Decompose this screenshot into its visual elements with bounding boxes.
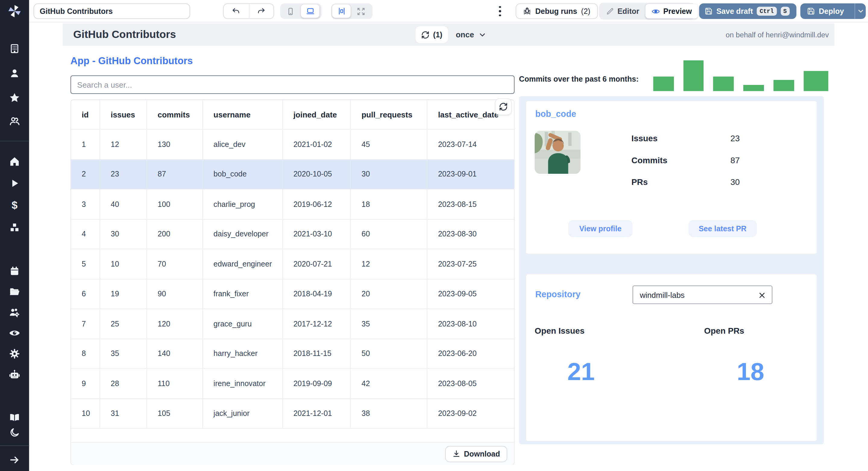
table-cell: 60 [350, 219, 427, 248]
table-cell: 100 [147, 190, 202, 218]
boxes-icon[interactable] [9, 222, 21, 233]
schedule-dropdown[interactable]: once [456, 30, 486, 39]
table-cell: 2023-08-30 [427, 219, 514, 248]
commits-chart-label: Commits over the past 6 months: [519, 75, 653, 83]
table-cell: 2020-10-05 [282, 160, 350, 189]
undo-button[interactable] [224, 4, 249, 19]
table-row[interactable]: 51070edward_engineer2020-07-21122023-07-… [71, 249, 514, 278]
table-row[interactable]: 340100charlie_prog2019-06-12182023-08-15 [71, 189, 514, 218]
deploy-dropdown-chevron[interactable] [855, 3, 866, 19]
star-icon[interactable] [9, 92, 21, 104]
table-cell: 35 [350, 309, 427, 338]
deploy-button-group: Deploy [800, 3, 866, 19]
table-cell: 2023-07-25 [427, 249, 514, 278]
table-cell: 2023-09-05 [427, 279, 514, 308]
table-cell: harry_hacker [202, 339, 282, 368]
table-cell: 18 [350, 190, 427, 218]
settings-gear-icon[interactable] [9, 348, 21, 360]
table-row[interactable]: 112130alice_dev2021-01-02452023-07-14 [71, 129, 514, 159]
table-cell: 2023-09-01 [427, 160, 514, 189]
eye-icon[interactable] [8, 327, 21, 339]
table-cell: 28 [99, 369, 147, 398]
clear-icon[interactable] [757, 290, 767, 300]
stat-label: Open PRs [704, 326, 797, 335]
mobile-view-icon[interactable] [281, 4, 300, 18]
table-cell: frank_fixer [202, 279, 282, 308]
repository-card-title: Repository [535, 290, 581, 299]
calendar-icon[interactable] [9, 265, 20, 276]
table-cell: 200 [147, 219, 202, 248]
table-cell: 2018-04-19 [282, 279, 350, 308]
users-icon[interactable] [9, 115, 21, 127]
table-cell: 2023-08-15 [427, 190, 514, 218]
view-profile-button[interactable]: View profile [568, 220, 632, 237]
kbd-s: S [781, 7, 789, 16]
save-draft-button[interactable]: Save draft Ctrl S [699, 3, 797, 19]
table-row[interactable]: 61990frank_fixer2018-04-19202023-09-05 [71, 278, 514, 308]
editor-tab[interactable]: Editor [600, 4, 645, 19]
robot-icon[interactable] [8, 369, 21, 381]
recompute-button[interactable]: (1) [416, 26, 448, 43]
redo-button[interactable] [249, 4, 274, 19]
table-row[interactable]: 835140harry_hacker2018-11-15502023-06-20 [71, 338, 514, 368]
right-panel: bob_code Issues23Co [519, 96, 824, 444]
stat-value: 18 [704, 358, 797, 386]
table-row[interactable]: 928110irene_innovator2019-09-09422023-08… [71, 368, 514, 398]
pencil-icon [607, 7, 614, 15]
table-header-cell: id [71, 100, 100, 129]
table-cell: 90 [147, 279, 202, 308]
table-cell: 70 [147, 249, 202, 278]
table-cell: 2021-03-10 [282, 219, 350, 248]
play-icon[interactable] [9, 178, 20, 189]
moon-icon[interactable] [9, 427, 20, 438]
sidebar-divider [0, 445, 29, 446]
desktop-view-icon[interactable] [301, 4, 319, 18]
table-cell: 10 [99, 249, 147, 278]
table-refresh-button[interactable] [495, 99, 512, 115]
debug-runs-button[interactable]: Debug runs (2) [516, 3, 598, 19]
deploy-button[interactable]: Deploy [800, 3, 850, 19]
table-header-row: idissuescommitsusernamejoined_datepull_r… [71, 100, 514, 129]
save-icon [705, 7, 712, 15]
more-options-kebab[interactable] [495, 5, 505, 18]
arrow-right-icon[interactable] [9, 455, 20, 466]
table-cell: 2 [71, 160, 100, 189]
home-icon[interactable] [9, 156, 20, 167]
dollar-icon[interactable]: $ [11, 200, 18, 210]
kbd-ctrl: Ctrl [757, 7, 776, 16]
repository-input[interactable] [633, 286, 751, 304]
see-latest-pr-button[interactable]: See latest PR [688, 220, 756, 237]
preview-tab[interactable]: Preview [645, 4, 698, 19]
user-stat-row: Issues23 [631, 134, 805, 143]
chart-bar [804, 71, 829, 91]
table-row[interactable]: 725120grace_guru2017-12-12352023-08-10 [71, 308, 514, 338]
app-title-input[interactable] [33, 3, 190, 19]
table-row[interactable]: 22387bob_code2020-10-05302023-09-01 [71, 159, 514, 189]
table-cell: 2018-11-15 [282, 339, 350, 368]
building-icon[interactable] [9, 43, 20, 54]
user-icon[interactable] [9, 68, 20, 79]
windmill-logo-icon[interactable] [7, 4, 22, 19]
users-settings-icon[interactable] [8, 306, 21, 318]
table-cell: 130 [147, 130, 202, 159]
table-cell: 3 [71, 190, 100, 218]
sidebar: $ [0, 0, 29, 471]
table-cell: jack_junior [202, 399, 282, 428]
table-cell: 20 [350, 279, 427, 308]
book-open-icon[interactable] [9, 412, 21, 424]
table-row[interactable]: 1031105jack_junior2021-12-01382023-09-02 [71, 398, 514, 428]
table-row[interactable]: 430200daisy_developer2021-03-10602023-08… [71, 218, 514, 248]
center-layout-icon[interactable] [332, 4, 350, 18]
bug-icon [523, 7, 531, 15]
table-header-cell: commits [147, 100, 202, 129]
folder-open-icon[interactable] [9, 286, 21, 298]
expand-icon[interactable] [352, 4, 370, 18]
download-button[interactable]: Download [445, 446, 507, 462]
table-cell: grace_guru [202, 309, 282, 338]
editor-toolbar: Debug runs (2) Editor Preview Save draft… [29, 0, 868, 22]
table-cell: 87 [147, 160, 202, 189]
table-cell: 42 [350, 369, 427, 398]
table-cell: 40 [99, 190, 147, 218]
table-cell: charlie_prog [202, 190, 282, 218]
search-input[interactable] [70, 76, 515, 94]
